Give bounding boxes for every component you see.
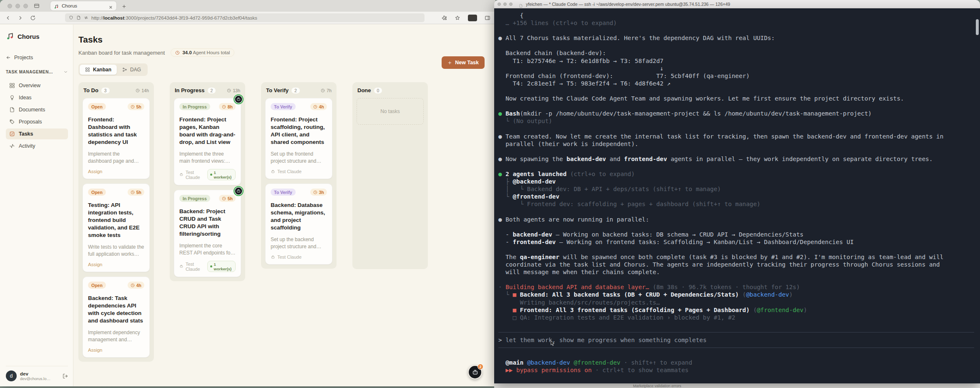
sidebar-item-proposals[interactable]: Proposals [6,116,68,127]
chorus-assistant-avatar[interactable]: 2 [468,365,482,379]
estimate-badge: 5h [128,103,144,110]
worker-status-dot [210,174,212,176]
terminal-line: ● All 7 Chorus tasks materialized. Here'… [498,34,980,42]
bookmark-star-icon[interactable] [455,15,460,21]
project-switcher[interactable]: TASK MANAGEMEN... [6,70,68,74]
plus-icon [447,60,452,65]
sidebar-item-activity[interactable]: Activity [6,141,68,151]
minimize-window-button[interactable] [15,4,20,8]
sidebar-item-ideas[interactable]: Ideas [6,92,68,103]
bot-icon [271,255,275,260]
page-subtitle: Kanban board for task management [78,50,165,56]
robot-icon [472,369,479,376]
shield-icon[interactable] [69,15,73,20]
file-icon [9,107,15,113]
minimize-window-button[interactable] [503,3,507,6]
url-path: :3000/projects/72643dd4-3f19-4d72-959d-6… [124,15,257,20]
close-window-button[interactable] [498,3,501,6]
user-row: d dev dev@chorus.lo… [6,366,68,381]
terminal-window-controls[interactable] [498,3,513,6]
tab-kanban[interactable]: Kanban [80,65,117,75]
task-card[interactable]: Open4hBackend: Task dependencies API wit… [83,277,150,358]
kanban-column-in-progress: In Progress213hIn Progress8hFrontend: Pr… [170,82,245,281]
sidebar-item-tasks[interactable]: Tasks [6,128,68,139]
task-owner: Test Claude [179,170,207,180]
clock-icon [321,88,325,93]
terminal-prompt-line[interactable]: > let them work, show me progress when s… [498,336,980,344]
kanban-grid-icon [85,67,90,72]
zoom-window-button[interactable] [23,4,28,8]
tab-overview-icon[interactable] [34,3,40,9]
agent-avatar[interactable] [234,186,244,196]
task-card[interactable]: In Progress8hFrontend: Project pages, Ka… [174,98,241,185]
terminal-line: ■ Frontend: All 3 frontend tasks (Scaffo… [498,306,980,314]
sidebar-item-label: Proposals [19,119,42,125]
scrollbar-thumb[interactable] [976,19,979,35]
terminal-line: - frontend-dev — Working on frontend tas… [498,238,980,246]
terminal-line: ● Bash(mkdir -p /home/ubuntu/dev/task-ma… [498,110,980,117]
url-text: http://localhost:3000/projects/72643dd4-… [91,15,257,20]
browser-tab-chorus[interactable]: Chorus [50,1,116,10]
close-window-button[interactable] [8,4,12,8]
tasks-page: Tasks Kanban board for task management 3… [73,25,495,386]
terminal-line: { [498,12,980,19]
url-host: localhost [103,15,124,20]
sidebar-item-documents[interactable]: Documents [6,104,68,115]
task-title: Frontend: Project scaffolding, routing, … [271,116,327,146]
task-card[interactable]: Open5hFrontend: Dashboard with statistic… [83,98,150,179]
permissions-icon[interactable] [84,15,88,20]
task-card[interactable]: In Progress5hBackend: Project CRUD and T… [174,190,241,277]
grid-icon [9,83,15,88]
assign-link[interactable]: Assign [88,262,103,267]
zoom-window-button[interactable] [509,3,513,6]
estimate-badge: 4h [310,103,327,110]
terminal-body[interactable]: { … +156 lines (ctrl+o to expand) ● All … [494,8,980,383]
terminal-title: yfeichen — * Claude Code — ssh -i ~/aws/… [526,2,730,7]
new-tab-button[interactable] [121,3,127,9]
task-card[interactable]: Open5hTesting: API integration tests, fr… [83,184,150,272]
column-hours: 7h [321,88,332,93]
tab-dag[interactable]: DAG [117,65,146,75]
sidebar-item-overview[interactable]: Overview [6,80,68,91]
terminal-line: Writing backend/src/routes/projects.ts… [498,299,980,306]
forward-icon[interactable] [18,15,23,21]
extensions-icon[interactable] [441,15,447,21]
close-tab-icon[interactable] [108,4,113,8]
clock-icon [222,197,226,201]
browser-nav-bar: http://localhost:3000/projects/72643dd4-… [0,12,495,24]
column-title: In Progress [175,87,205,93]
terminal-line: ↓ [498,65,980,72]
task-card[interactable]: To Verify3hBackend: Database schema, mig… [265,184,332,265]
brand: Chorus [6,32,68,40]
sidebar-panel-icon[interactable] [485,15,490,21]
reload-icon[interactable] [30,15,36,21]
estimate-badge: 4h [128,282,144,289]
terminal-line [498,276,980,283]
column-count: 2 [291,88,300,93]
agent-hours-value: 34.0 [182,50,191,55]
page-info-icon[interactable] [76,15,81,20]
agent-avatar[interactable] [234,94,244,104]
new-task-label: New Task [455,60,479,66]
clock-icon [313,105,317,109]
sidebar-item-label: Tasks [19,131,33,137]
status-badge: Open [88,189,106,196]
estimate-badge: 5h [219,195,236,202]
assign-link[interactable]: Assign [88,348,103,353]
clock-icon [131,190,135,194]
terminal-line: parallel (their work is independent). [498,140,980,148]
window-controls[interactable] [8,4,28,8]
task-title: Backend: Project CRUD and Task CRUD API … [179,208,236,238]
assign-link[interactable]: Assign [88,169,103,174]
new-task-button[interactable]: New Task [442,56,485,69]
terminal-line: └ (No output) [498,117,980,125]
terminal-line: Frontend chain (frontend-dev): T7: 5cbf4… [498,72,980,80]
profile-chip-icon[interactable] [468,15,477,21]
url-bar[interactable]: http://localhost:3000/projects/72643dd4-… [65,13,425,22]
sign-out-icon[interactable] [63,373,68,379]
back-icon[interactable] [5,15,11,21]
projects-back-link[interactable]: Projects [6,55,68,60]
task-card[interactable]: To Verify4hFrontend: Project scaffolding… [265,98,332,179]
background-window-text: Marketplace validation errors [633,384,681,388]
column-hours: 13h [227,88,240,93]
